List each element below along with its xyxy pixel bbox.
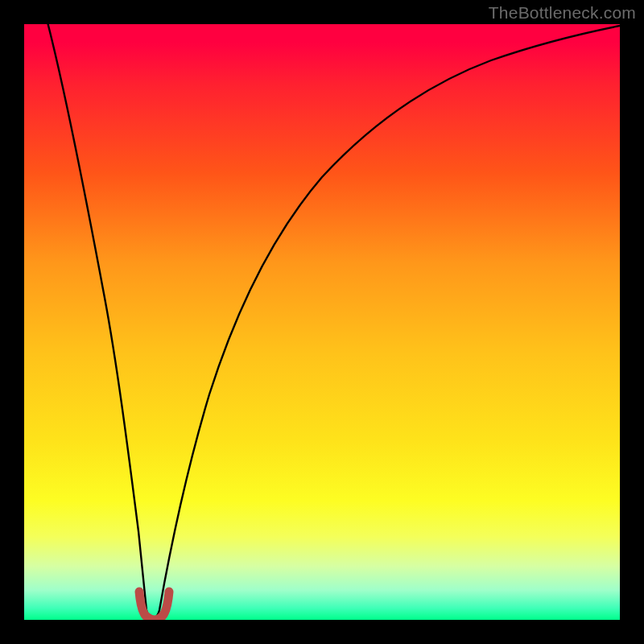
watermark-text: TheBottleneck.com xyxy=(489,3,636,23)
plot-area xyxy=(24,24,620,620)
chart-frame: TheBottleneck.com xyxy=(0,0,644,644)
bottleneck-curve xyxy=(48,24,620,618)
curve-layer xyxy=(24,24,620,620)
marker-arc xyxy=(139,592,169,620)
